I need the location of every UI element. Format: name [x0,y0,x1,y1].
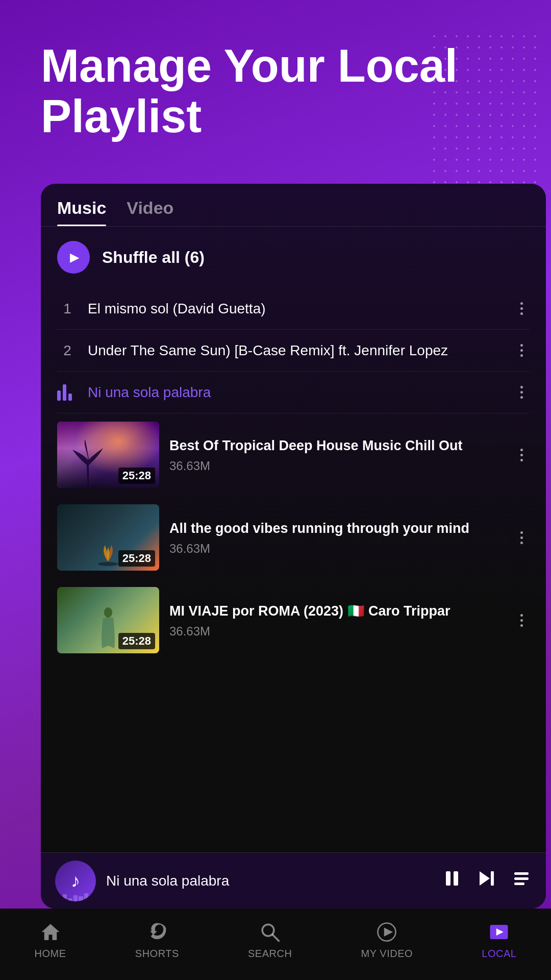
svg-marker-3 [480,871,490,886]
shuffle-play-button[interactable] [57,241,90,274]
video-thumbnail: 25:28 [57,587,159,653]
track-number: 2 [57,342,78,359]
skip-next-button[interactable] [477,868,497,893]
now-playing-bar: ♪ Ni una sola palabra [41,852,546,909]
nav-item-home[interactable]: HOME [35,919,66,960]
video-title: MI VIAJE por ROMA (2023) 🇮🇹 Caro Trippar [169,602,503,620]
video-more-button[interactable] [513,445,530,465]
video-thumbnail: 25:28 [57,422,159,488]
video-item[interactable]: 25:28 MI VIAJE por ROMA (2023) 🇮🇹 Caro T… [41,579,546,662]
track-item[interactable]: 1 El mismo sol (David Guetta) [41,288,546,329]
svg-rect-5 [514,872,529,875]
video-title: All the good vibes running through your … [169,519,503,537]
nav-item-shorts[interactable]: SHORTS [135,919,179,960]
hero-title: Manage Your Local Playlist [41,41,510,142]
video-size: 36.63M [169,459,503,473]
my-video-icon [374,919,399,945]
music-note-icon: ♪ [71,870,80,892]
video-more-button[interactable] [513,610,530,631]
video-info: MI VIAJE por ROMA (2023) 🇮🇹 Caro Trippar… [169,602,503,639]
nav-label-search: SEARCH [248,948,292,960]
video-thumbnail: 25:28 [57,504,159,571]
nav-label-shorts: SHORTS [135,948,179,960]
video-item[interactable]: 25:28 Best Of Tropical Deep House Music … [41,413,546,496]
bottom-navigation: HOME SHORTS SEARCH MY VIDEO [0,909,551,980]
tab-video[interactable]: Video [127,198,173,226]
track-number: 1 [57,301,78,317]
queue-button[interactable] [511,868,532,893]
video-title: Best Of Tropical Deep House Music Chill … [169,436,503,455]
now-playing-title: Ni una sola palabra [106,873,432,889]
track-more-button[interactable] [513,298,530,319]
shuffle-row[interactable]: Shuffle all (6) [41,227,546,288]
local-icon [486,919,512,945]
nav-label-my-video: MY VIDEO [361,948,413,960]
nav-item-local[interactable]: LOCAL [482,919,516,960]
home-icon [38,919,63,945]
svg-rect-6 [514,877,529,880]
nav-label-home: HOME [35,948,66,960]
track-more-button[interactable] [513,382,530,403]
video-item[interactable]: 25:28 All the good vibes running through… [41,496,546,579]
svg-rect-1 [446,871,450,886]
svg-point-0 [98,562,118,566]
tab-music[interactable]: Music [57,198,106,226]
tab-bar: Music Video [41,184,546,227]
video-more-button[interactable] [513,527,530,548]
svg-rect-7 [514,883,524,885]
track-item-playing[interactable]: Ni una sola palabra [41,372,546,413]
now-playing-avatar: ♪ [55,861,96,901]
nav-item-my-video[interactable]: MY VIDEO [361,919,413,960]
video-duration: 25:28 [118,468,155,484]
track-item[interactable]: 2 Under The Same Sun) [B-Case Remix] ft.… [41,330,546,371]
equalizer-icon [57,384,78,401]
svg-marker-11 [384,927,393,937]
track-more-button[interactable] [513,340,530,361]
playback-controls [442,868,532,893]
shuffle-label: Shuffle all (6) [102,248,205,267]
nav-label-local: LOCAL [482,948,516,960]
video-size: 36.63M [169,542,503,556]
svg-line-9 [272,935,279,941]
nav-item-search[interactable]: SEARCH [248,919,292,960]
video-info: Best Of Tropical Deep House Music Chill … [169,436,503,473]
track-title: Under The Same Sun) [B-Case Remix] ft. J… [88,340,503,360]
video-duration: 25:28 [118,550,155,567]
shorts-icon [144,919,170,945]
video-size: 36.63M [169,624,503,639]
main-card: Music Video Shuffle all (6) 1 El mismo s… [41,184,546,909]
svg-rect-2 [454,871,458,886]
svg-rect-4 [491,871,494,886]
palm-tree-decoration [67,437,108,488]
video-info: All the good vibes running through your … [169,519,503,556]
figure-decoration [98,607,118,648]
search-icon [257,919,283,945]
pause-button[interactable] [442,868,462,893]
track-title-playing: Ni una sola palabra [88,382,503,402]
track-title: El mismo sol (David Guetta) [88,299,503,318]
video-duration: 25:28 [118,633,155,649]
